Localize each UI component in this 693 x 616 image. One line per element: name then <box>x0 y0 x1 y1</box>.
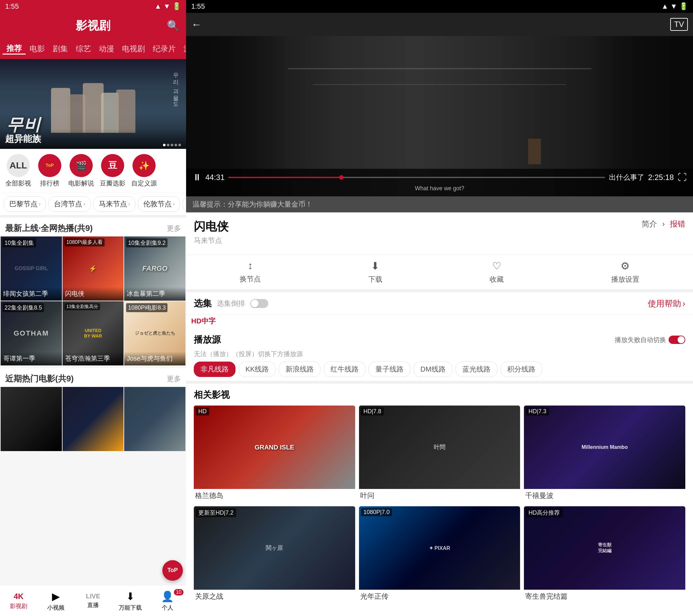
left-scroll-area: 무비 우리 괴물도 超异能族 ALL 全部影视 <box>0 59 186 585</box>
nav-item-series[interactable]: 剧集 <box>49 44 72 54</box>
auto-switch-thumb <box>678 336 685 343</box>
left-header: 影视剧 🔍 <box>0 13 186 39</box>
hot-card-1[interactable] <box>1 387 62 451</box>
section-hot: 近期热门电影(共9) 更多 <box>0 368 186 451</box>
related-card-6[interactable]: 寄生獣完結編 HD高分推荐 寄生兽完结篇 <box>524 506 685 603</box>
bottom-nav-profile[interactable]: 👤 个人 10 <box>149 590 186 612</box>
bottom-nav-download[interactable]: ⬇ 万能下载 <box>112 590 149 612</box>
movie-title-jose: Jose与虎与鱼们 <box>127 354 183 363</box>
right-status-bar: 1:55 ▲ ▼ 🔋 <box>186 0 693 13</box>
episode-toggle[interactable] <box>250 299 268 308</box>
movie-card-gossip[interactable]: GOSSIP GIRL 10集全剧集 绯闻女孩第二季 <box>1 236 62 301</box>
latest-movie-grid: GOSSIP GIRL 10集全剧集 绯闻女孩第二季 ⚡ 1080Pi最多人看 … <box>0 236 186 365</box>
action-collect[interactable]: ♡ 收藏 <box>490 260 504 284</box>
nav-item-variety[interactable]: 综艺 <box>72 44 95 54</box>
left-banner[interactable]: 무비 우리 괴물도 超异能族 <box>0 59 186 149</box>
seek-bar[interactable] <box>229 177 605 178</box>
switch-node-icon: ↕ <box>248 260 253 272</box>
movie-card-war[interactable]: UNITEDBY WAR 13集全剧集高分 苍穹浩瀚第三季 <box>63 301 124 365</box>
category-all[interactable]: ALL 全部影视 <box>4 154 33 188</box>
back-button[interactable]: ← <box>191 19 201 31</box>
hot-movie-grid <box>0 387 186 451</box>
source-feifen[interactable]: 非凡线路 <box>194 362 236 377</box>
film-icon: 🎬 <box>70 154 93 177</box>
related-card-3[interactable]: Millennium Mambo HD|7.3 千禧曼波 <box>524 405 685 502</box>
short-icon: ▶ <box>52 590 60 602</box>
related-card-5[interactable]: ✦ PIXAR 1080P|7.0 光年正传 <box>359 506 520 603</box>
intro-button[interactable]: 简介 <box>642 219 657 229</box>
error-button[interactable]: 报错 <box>670 219 685 229</box>
hot-card-3[interactable] <box>124 387 185 451</box>
related-poster-6: 寄生獣完結編 <box>524 506 685 590</box>
category-film[interactable]: 🎬 电影解说 <box>67 154 96 188</box>
node-london[interactable]: 伦敦节点 › <box>138 196 180 212</box>
nav-item-movie[interactable]: 电影 <box>26 44 49 54</box>
related-card-1[interactable]: GRAND ISLE HD 格兰德岛 <box>194 405 355 502</box>
source-quantum[interactable]: 量子线路 <box>369 362 410 377</box>
tv-button[interactable]: TV <box>670 18 688 31</box>
movie-card-gotham[interactable]: GOTHAM 22集全剧集8.5 哥谭第一季 <box>1 301 62 365</box>
movie-title-row: 闪电侠 简介 › 报错 <box>194 219 685 235</box>
section-hot-header: 近期热门电影(共9) 更多 <box>0 368 186 387</box>
category-douban[interactable]: 豆 豆瓣选影 <box>98 154 127 188</box>
movie-title-war: 苍穹浩瀚第三季 <box>65 354 121 363</box>
subtitle-cn: 出什么事了 <box>609 173 644 181</box>
action-switch-node[interactable]: ↕ 换节点 <box>240 260 261 284</box>
signal-icon: ▲ <box>154 2 161 11</box>
bottom-nav-short[interactable]: ▶ 小视频 <box>37 590 75 612</box>
related-badge-3: HD|7.3 <box>526 408 549 416</box>
left-header-title: 影视剧 <box>76 18 111 34</box>
node-osaka[interactable]: 大阪节点 › <box>182 196 186 212</box>
related-grid: GRAND ISLE HD 格兰德岛 叶問 HD|7.8 叶问 <box>194 405 685 603</box>
action-settings[interactable]: ⚙ 播放设置 <box>611 260 639 284</box>
nav-item-anime[interactable]: 动漫 <box>95 44 118 54</box>
source-blue[interactable]: 蓝光线路 <box>456 362 497 377</box>
nav-item-game[interactable]: 游戏 <box>180 44 186 54</box>
nav-item-recommend[interactable]: 推荐 <box>3 43 26 55</box>
section-hot-more[interactable]: 更多 <box>167 374 181 384</box>
source-sina[interactable]: 新浪线路 <box>279 362 320 377</box>
source-points[interactable]: 积分线路 <box>500 362 542 377</box>
bottom-nav-media[interactable]: 4K 影视剧 <box>0 592 37 610</box>
pause-button[interactable]: ⏸ <box>193 172 201 182</box>
action-download[interactable]: ⬇ 下载 <box>368 260 382 284</box>
tv-icon: TV <box>674 20 684 28</box>
related-info-5: 光年正传 <box>359 590 520 603</box>
movie-card-jose[interactable]: ジョゼと虎と魚たち 1080Pi电影8.3 Jose与虎与鱼们 <box>124 301 185 365</box>
related-info-3: 千禧曼波 <box>524 489 685 502</box>
section-latest-more[interactable]: 更多 <box>167 224 181 233</box>
node-paris[interactable]: 巴黎节点 › <box>4 196 46 212</box>
fab-top-button[interactable]: ToP <box>162 560 183 581</box>
related-badge-1: HD <box>196 408 209 416</box>
fab-label: ToP <box>167 567 178 574</box>
banner-title: 超异能族 <box>5 133 181 145</box>
movie-card-flash[interactable]: ⚡ 1080Pi最多人看 闪电侠 <box>63 236 124 301</box>
category-custom[interactable]: ✨ 自定义源 <box>130 154 158 188</box>
node-taiwan[interactable]: 台湾节点 › <box>48 196 91 212</box>
movie-badge-gotham: 22集全剧集8.5 <box>3 303 44 312</box>
hot-card-2[interactable] <box>63 387 124 451</box>
related-card-2[interactable]: 叶問 HD|7.8 叶问 <box>359 405 520 502</box>
fullscreen-button[interactable]: ⛶ <box>678 172 687 182</box>
category-top[interactable]: ToP 排行榜 <box>35 154 64 188</box>
related-card-4[interactable]: 関ヶ原 更新至HD|7.2 关原之战 <box>194 506 355 603</box>
progress-thumb <box>339 175 343 180</box>
related-poster-2: 叶問 <box>359 405 520 489</box>
profile-icon: 👤 <box>161 590 174 602</box>
nav-item-tv[interactable]: 电视剧 <box>118 44 149 54</box>
source-dm[interactable]: DM线路 <box>414 362 452 377</box>
source-kk[interactable]: KK线路 <box>239 362 276 377</box>
category-all-label: 全部影视 <box>5 179 31 188</box>
movie-info-flash: 闪电侠 <box>63 287 124 301</box>
bottom-nav-live[interactable]: LIVE 直播 <box>75 593 112 609</box>
movie-card-fargo[interactable]: FARGO 10集全剧集9.2 冰血暴第二季 <box>124 236 185 301</box>
node-malaysia[interactable]: 马来节点 › <box>93 196 135 212</box>
help-button[interactable]: 使用帮助 › <box>648 298 685 309</box>
auto-switch-toggle[interactable] <box>669 336 685 344</box>
episode-filter-label: 选集倒排 <box>217 299 245 308</box>
nav-item-doc[interactable]: 纪录片 <box>149 44 180 54</box>
search-icon[interactable]: 🔍 <box>167 20 180 32</box>
movie-badge-gossip: 10集全剧集 <box>3 238 36 247</box>
source-redbull[interactable]: 红牛线路 <box>324 362 365 377</box>
right-header: ← TV <box>186 13 693 36</box>
